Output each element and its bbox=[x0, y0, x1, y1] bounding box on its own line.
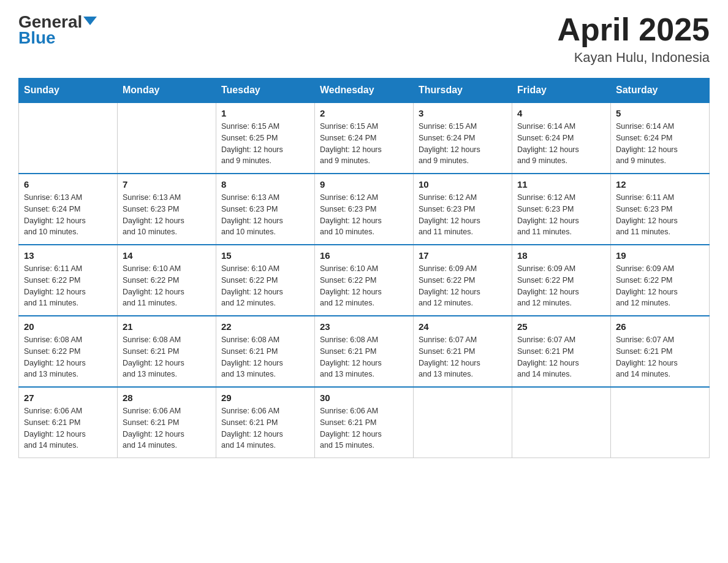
calendar-cell: 16Sunrise: 6:10 AMSunset: 6:22 PMDayligh… bbox=[315, 245, 414, 316]
day-info: Sunrise: 6:12 AMSunset: 6:23 PMDaylight:… bbox=[320, 192, 408, 238]
day-number: 19 bbox=[616, 250, 704, 261]
day-number: 18 bbox=[517, 250, 605, 261]
day-info: Sunrise: 6:11 AMSunset: 6:23 PMDaylight:… bbox=[616, 192, 704, 238]
calendar-cell bbox=[118, 102, 216, 174]
calendar-cell: 29Sunrise: 6:06 AMSunset: 6:21 PMDayligh… bbox=[216, 387, 315, 458]
day-info: Sunrise: 6:06 AMSunset: 6:21 PMDaylight:… bbox=[221, 405, 309, 451]
day-info: Sunrise: 6:08 AMSunset: 6:22 PMDaylight:… bbox=[24, 334, 112, 380]
day-number: 5 bbox=[616, 108, 704, 118]
day-info: Sunrise: 6:11 AMSunset: 6:22 PMDaylight:… bbox=[24, 263, 112, 309]
logo: General Blue bbox=[18, 12, 97, 48]
calendar-week-row: 13Sunrise: 6:11 AMSunset: 6:22 PMDayligh… bbox=[19, 245, 710, 316]
day-number: 8 bbox=[221, 179, 309, 190]
day-number: 1 bbox=[221, 108, 309, 118]
calendar-cell bbox=[611, 387, 710, 458]
calendar-cell: 19Sunrise: 6:09 AMSunset: 6:22 PMDayligh… bbox=[611, 245, 710, 316]
day-number: 12 bbox=[616, 179, 704, 190]
day-info: Sunrise: 6:07 AMSunset: 6:21 PMDaylight:… bbox=[419, 334, 507, 380]
day-number: 23 bbox=[320, 321, 408, 332]
day-number: 3 bbox=[419, 108, 507, 118]
day-info: Sunrise: 6:15 AMSunset: 6:24 PMDaylight:… bbox=[419, 121, 507, 167]
day-info: Sunrise: 6:15 AMSunset: 6:25 PMDaylight:… bbox=[221, 121, 309, 167]
day-info: Sunrise: 6:06 AMSunset: 6:21 PMDaylight:… bbox=[320, 405, 408, 451]
calendar-cell: 3Sunrise: 6:15 AMSunset: 6:24 PMDaylight… bbox=[414, 102, 512, 174]
calendar-cell: 12Sunrise: 6:11 AMSunset: 6:23 PMDayligh… bbox=[611, 174, 710, 245]
day-info: Sunrise: 6:12 AMSunset: 6:23 PMDaylight:… bbox=[517, 192, 605, 238]
col-friday: Friday bbox=[512, 79, 611, 103]
day-number: 22 bbox=[221, 321, 309, 332]
calendar-cell: 20Sunrise: 6:08 AMSunset: 6:22 PMDayligh… bbox=[19, 316, 118, 387]
day-info: Sunrise: 6:13 AMSunset: 6:23 PMDaylight:… bbox=[123, 192, 211, 238]
day-info: Sunrise: 6:06 AMSunset: 6:21 PMDaylight:… bbox=[123, 405, 211, 451]
day-number: 28 bbox=[123, 393, 211, 403]
calendar-header-row: Sunday Monday Tuesday Wednesday Thursday… bbox=[19, 79, 710, 103]
svg-marker-0 bbox=[83, 17, 97, 25]
col-wednesday: Wednesday bbox=[315, 79, 414, 103]
day-info: Sunrise: 6:10 AMSunset: 6:22 PMDaylight:… bbox=[123, 263, 211, 309]
day-number: 7 bbox=[123, 179, 211, 190]
calendar-cell: 14Sunrise: 6:10 AMSunset: 6:22 PMDayligh… bbox=[118, 245, 216, 316]
day-number: 20 bbox=[24, 321, 112, 332]
day-number: 24 bbox=[419, 321, 507, 332]
day-info: Sunrise: 6:09 AMSunset: 6:22 PMDaylight:… bbox=[419, 263, 507, 309]
calendar-cell: 30Sunrise: 6:06 AMSunset: 6:21 PMDayligh… bbox=[315, 387, 414, 458]
day-info: Sunrise: 6:08 AMSunset: 6:21 PMDaylight:… bbox=[221, 334, 309, 380]
calendar-cell: 22Sunrise: 6:08 AMSunset: 6:21 PMDayligh… bbox=[216, 316, 315, 387]
day-number: 10 bbox=[419, 179, 507, 190]
calendar-cell: 25Sunrise: 6:07 AMSunset: 6:21 PMDayligh… bbox=[512, 316, 611, 387]
day-info: Sunrise: 6:10 AMSunset: 6:22 PMDaylight:… bbox=[221, 263, 309, 309]
day-info: Sunrise: 6:07 AMSunset: 6:21 PMDaylight:… bbox=[616, 334, 704, 380]
calendar-cell: 1Sunrise: 6:15 AMSunset: 6:25 PMDaylight… bbox=[216, 102, 315, 174]
calendar-cell: 28Sunrise: 6:06 AMSunset: 6:21 PMDayligh… bbox=[118, 387, 216, 458]
calendar-table: Sunday Monday Tuesday Wednesday Thursday… bbox=[18, 78, 710, 458]
calendar-subtitle: Kayan Hulu, Indonesia bbox=[557, 50, 710, 66]
day-info: Sunrise: 6:15 AMSunset: 6:24 PMDaylight:… bbox=[320, 121, 408, 167]
calendar-title: April 2025 bbox=[557, 12, 710, 47]
logo-text-blue: Blue bbox=[18, 28, 56, 48]
col-saturday: Saturday bbox=[611, 79, 710, 103]
day-number: 9 bbox=[320, 179, 408, 190]
calendar-cell: 2Sunrise: 6:15 AMSunset: 6:24 PMDaylight… bbox=[315, 102, 414, 174]
col-monday: Monday bbox=[118, 79, 216, 103]
day-number: 30 bbox=[320, 393, 408, 403]
calendar-week-row: 6Sunrise: 6:13 AMSunset: 6:24 PMDaylight… bbox=[19, 174, 710, 245]
calendar-cell: 9Sunrise: 6:12 AMSunset: 6:23 PMDaylight… bbox=[315, 174, 414, 245]
calendar-cell bbox=[414, 387, 512, 458]
day-number: 17 bbox=[419, 250, 507, 261]
day-number: 25 bbox=[517, 321, 605, 332]
calendar-cell: 6Sunrise: 6:13 AMSunset: 6:24 PMDaylight… bbox=[19, 174, 118, 245]
calendar-week-row: 20Sunrise: 6:08 AMSunset: 6:22 PMDayligh… bbox=[19, 316, 710, 387]
day-number: 29 bbox=[221, 393, 309, 403]
calendar-cell: 11Sunrise: 6:12 AMSunset: 6:23 PMDayligh… bbox=[512, 174, 611, 245]
day-number: 13 bbox=[24, 250, 112, 261]
col-sunday: Sunday bbox=[19, 79, 118, 103]
calendar-week-row: 1Sunrise: 6:15 AMSunset: 6:25 PMDaylight… bbox=[19, 102, 710, 174]
calendar-cell: 17Sunrise: 6:09 AMSunset: 6:22 PMDayligh… bbox=[414, 245, 512, 316]
day-number: 14 bbox=[123, 250, 211, 261]
day-number: 15 bbox=[221, 250, 309, 261]
day-number: 21 bbox=[123, 321, 211, 332]
calendar-cell: 21Sunrise: 6:08 AMSunset: 6:21 PMDayligh… bbox=[118, 316, 216, 387]
day-number: 4 bbox=[517, 108, 605, 118]
calendar-cell: 5Sunrise: 6:14 AMSunset: 6:24 PMDaylight… bbox=[611, 102, 710, 174]
day-info: Sunrise: 6:14 AMSunset: 6:24 PMDaylight:… bbox=[616, 121, 704, 167]
calendar-cell: 8Sunrise: 6:13 AMSunset: 6:23 PMDaylight… bbox=[216, 174, 315, 245]
day-number: 26 bbox=[616, 321, 704, 332]
day-number: 27 bbox=[24, 393, 112, 403]
day-info: Sunrise: 6:06 AMSunset: 6:21 PMDaylight:… bbox=[24, 405, 112, 451]
day-info: Sunrise: 6:14 AMSunset: 6:24 PMDaylight:… bbox=[517, 121, 605, 167]
calendar-cell bbox=[512, 387, 611, 458]
calendar-week-row: 27Sunrise: 6:06 AMSunset: 6:21 PMDayligh… bbox=[19, 387, 710, 458]
logo-triangle-icon bbox=[83, 14, 97, 28]
col-tuesday: Tuesday bbox=[216, 79, 315, 103]
day-info: Sunrise: 6:09 AMSunset: 6:22 PMDaylight:… bbox=[517, 263, 605, 309]
calendar-cell: 10Sunrise: 6:12 AMSunset: 6:23 PMDayligh… bbox=[414, 174, 512, 245]
page-header: General Blue April 2025 Kayan Hulu, Indo… bbox=[18, 12, 710, 66]
calendar-cell: 24Sunrise: 6:07 AMSunset: 6:21 PMDayligh… bbox=[414, 316, 512, 387]
day-info: Sunrise: 6:08 AMSunset: 6:21 PMDaylight:… bbox=[123, 334, 211, 380]
day-info: Sunrise: 6:08 AMSunset: 6:21 PMDaylight:… bbox=[320, 334, 408, 380]
col-thursday: Thursday bbox=[414, 79, 512, 103]
calendar-cell: 15Sunrise: 6:10 AMSunset: 6:22 PMDayligh… bbox=[216, 245, 315, 316]
day-info: Sunrise: 6:13 AMSunset: 6:23 PMDaylight:… bbox=[221, 192, 309, 238]
calendar-cell: 26Sunrise: 6:07 AMSunset: 6:21 PMDayligh… bbox=[611, 316, 710, 387]
